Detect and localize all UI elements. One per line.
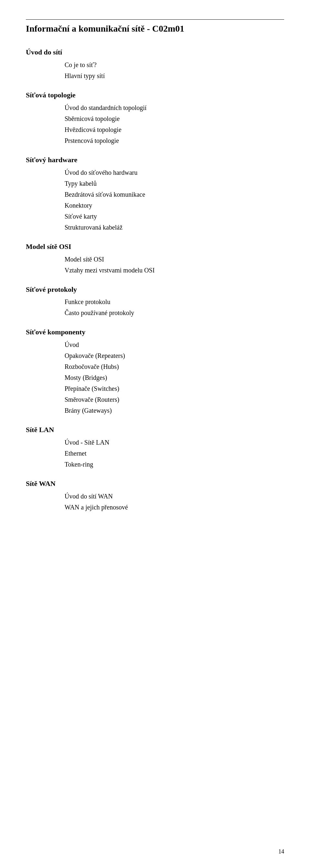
page-title: Informační a komunikační sítě - C02m01 [26,23,284,34]
list-item: Často používané protokoly [64,308,284,318]
list-item: Úvod do standardních topologií [64,103,284,113]
list-item: Konektory [64,200,284,210]
section-sitove-protokoly: Síťové protokolyFunkce protokoluČasto po… [26,285,284,318]
section-heading-sitova-topologie: Síťová topologie [26,90,284,100]
section-heading-model-site-osi: Model sítě OSI [26,242,284,252]
section-heading-uvod-do-siti: Úvod do sítí [26,48,284,57]
list-item: Funkce protokolu [64,297,284,307]
section-uvod-do-siti: Úvod do sítíCo je to síť?Hlavní typy sít… [26,48,284,81]
list-item: Strukturovaná kabeláž [64,222,284,232]
list-item: Co je to síť? [64,60,284,70]
content-sections: Úvod do sítíCo je to síť?Hlavní typy sít… [26,48,284,512]
list-item: Ethernet [64,448,284,458]
list-item: Mosty (Bridges) [64,373,284,382]
list-item: Sběrnicová topologie [64,114,284,123]
section-heading-sitove-komponenty: Síťové komponenty [26,327,284,337]
list-item: WAN a jejich přenosové [64,502,284,512]
list-item: Úvod - Sítě LAN [64,438,284,447]
list-item: Model sítě OSI [64,254,284,264]
section-sitove-komponenty: Síťové komponentyÚvodOpakovače (Repeater… [26,327,284,415]
section-model-site-osi: Model sítě OSIModel sítě OSIVztahy mezi … [26,242,284,275]
section-site-wan: Sítě WANÚvod do sítí WANWAN a jejich pře… [26,479,284,512]
list-item: Přepínače (Switches) [64,384,284,393]
section-sitovy-hardware: Síťový hardwareÚvod do síťového hardwaru… [26,155,284,232]
list-item: Brány (Gateways) [64,406,284,415]
section-heading-site-lan: Sítě LAN [26,425,284,435]
section-heading-sitove-protokoly: Síťové protokoly [26,285,284,295]
page-number: 14 [278,848,284,855]
list-item: Opakovače (Repeaters) [64,351,284,361]
section-sitova-topologie: Síťová topologieÚvod do standardních top… [26,90,284,146]
list-item: Rozbočovače (Hubs) [64,362,284,371]
section-heading-sitovy-hardware: Síťový hardware [26,155,284,165]
list-item: Hvězdicová topologie [64,125,284,134]
list-item: Hlavní typy sítí [64,71,284,81]
list-item: Síťové karty [64,212,284,221]
list-item: Typy kabelů [64,179,284,188]
list-item: Směrovače (Routers) [64,395,284,404]
list-item: Úvod do síťového hardwaru [64,168,284,177]
list-item: Úvod do sítí WAN [64,491,284,501]
list-item: Prstencová topologie [64,136,284,146]
top-divider [26,19,284,20]
section-site-lan: Sítě LANÚvod - Sítě LANEthernetToken-rin… [26,425,284,469]
list-item: Úvod [64,340,284,349]
list-item: Bezdrátová síťová komunikace [64,190,284,199]
list-item: Vztahy mezi vrstvami modelu OSI [64,266,284,275]
section-heading-site-wan: Sítě WAN [26,479,284,489]
list-item: Token-ring [64,460,284,469]
